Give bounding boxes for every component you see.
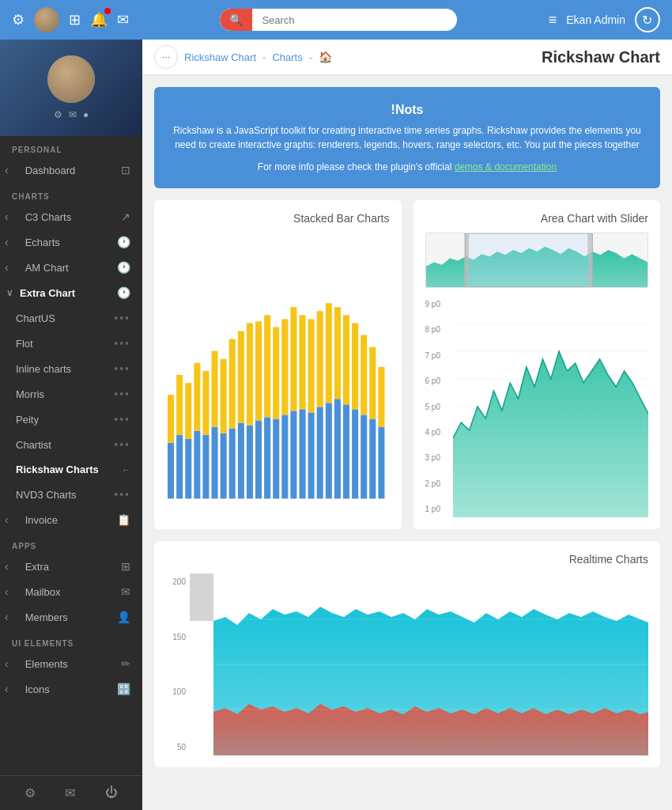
area-chart-svg-wrapper <box>453 296 649 517</box>
svg-rect-41 <box>343 315 349 404</box>
sidebar-settings-icon[interactable]: ⚙ <box>25 785 36 801</box>
svg-rect-9 <box>202 371 209 435</box>
members-collapse[interactable]: ‹ <box>0 604 13 630</box>
svg-rect-13 <box>221 359 227 433</box>
c3-collapse[interactable]: ‹ <box>0 204 13 229</box>
grid-icon[interactable]: ⊞ <box>69 11 81 28</box>
invoice-collapse[interactable]: ‹ <box>0 507 13 532</box>
sidebar-item-label: C3 Charts <box>25 211 72 223</box>
profile-icon-3[interactable]: ● <box>83 109 89 120</box>
sidebar-item-echarts[interactable]: Echarts 🕐 <box>13 229 142 255</box>
settings-icon[interactable]: ⚙ <box>12 11 25 28</box>
personal-section-label: PERSONAL <box>0 136 142 157</box>
svg-rect-5 <box>185 383 191 439</box>
sidebar-item-label: Rickshaw Charts <box>16 464 99 475</box>
svg-rect-36 <box>326 403 332 498</box>
icons-collapse[interactable]: ‹ <box>0 676 13 702</box>
sidebar-item-peity[interactable]: Peity ••• <box>0 407 142 432</box>
svg-rect-27 <box>281 319 288 414</box>
sidebar-item-rickshaw[interactable]: Rickshaw Charts ← <box>0 457 142 482</box>
breadcrumb-bar: ··· Rickshaw Chart - Charts - 🏠 Rickshaw… <box>142 40 672 75</box>
refresh-button[interactable]: ↻ <box>635 7 660 32</box>
sidebar-item-elements[interactable]: Elements ✏ <box>13 651 142 676</box>
sidebar-item-label: Echarts <box>25 237 60 248</box>
echarts-icon: 🕐 <box>117 236 130 248</box>
sidebar-mail-icon[interactable]: ✉ <box>65 785 75 801</box>
svg-rect-3 <box>176 375 183 435</box>
realtime-svg-wrapper <box>190 573 648 755</box>
chart-row-1: Stacked Bar Charts <box>154 200 660 529</box>
sidebar-item-members[interactable]: Members 👤 <box>13 604 142 630</box>
sidebar-item-c3charts[interactable]: C3 Charts ↗ <box>13 204 142 229</box>
rickshaw-arrow: ← <box>122 465 130 475</box>
breadcrumb-home-icon[interactable]: 🏠 <box>319 51 332 63</box>
sidebar-row-amchart: ‹ AM Chart 🕐 <box>0 255 142 280</box>
stacked-bar-svg <box>166 233 390 517</box>
area-chart-main: 9 p0 8 p0 7 p0 6 p0 5 p0 4 p0 3 p0 2 p0 … <box>425 296 649 517</box>
svg-rect-52 <box>464 233 469 287</box>
sidebar-item-extra[interactable]: Extra ⊞ <box>13 554 142 579</box>
sidebar-item-dashboard[interactable]: Dashboard ⊡ <box>13 157 142 183</box>
breadcrumb-charts[interactable]: Charts <box>272 51 302 63</box>
chartist-dots: ••• <box>114 438 130 451</box>
dashboard-collapse[interactable]: ‹ <box>0 157 13 183</box>
sidebar-item-chartus[interactable]: ChartUS ••• <box>0 305 142 331</box>
menu-icon[interactable]: ≡ <box>549 12 557 28</box>
mailbox-icon: ✉ <box>121 585 130 598</box>
sidebar-row-invoice: ‹ Invoice 📋 <box>0 507 142 532</box>
user-avatar[interactable] <box>34 7 59 32</box>
search-bar: 🔍 <box>220 9 457 31</box>
svg-rect-32 <box>308 412 315 498</box>
svg-marker-64 <box>213 704 648 755</box>
profile-icon-1[interactable]: ⚙ <box>54 109 62 120</box>
avatar-image <box>47 55 95 103</box>
sidebar-item-mailbox[interactable]: Mailbox ✉ <box>13 579 142 604</box>
sidebar-item-amchart[interactable]: AM Chart 🕐 <box>13 255 142 280</box>
mailbox-collapse[interactable]: ‹ <box>0 579 13 604</box>
sidebar-item-invoice[interactable]: Invoice 📋 <box>13 507 142 532</box>
sidebar-item-icons[interactable]: Icons 🔡 <box>13 676 142 702</box>
sidebar-item-label: Extra Chart <box>20 287 75 299</box>
area-chart-canvas: 9 p0 8 p0 7 p0 6 p0 5 p0 4 p0 3 p0 2 p0 … <box>425 233 649 517</box>
sidebar-item-inlinecharts[interactable]: Inline charts ••• <box>0 356 142 381</box>
sidebar-item-extrachart[interactable]: ∨ Extra Chart 🕐 <box>0 280 142 305</box>
breadcrumb-rickshaw[interactable]: Rickshaw Chart <box>184 51 256 63</box>
area-chart-mini[interactable] <box>425 233 649 288</box>
stacked-bar-chart-card: Stacked Bar Charts <box>154 200 402 529</box>
charts-section-label: CHARTS <box>0 183 142 204</box>
extra-collapse[interactable]: ‹ <box>0 554 13 579</box>
sidebar-item-label: Icons <box>25 683 50 695</box>
notification-icon[interactable]: 🔔 <box>90 11 108 28</box>
svg-rect-30 <box>299 409 305 498</box>
sidebar-item-chartist[interactable]: Chartist ••• <box>0 432 142 457</box>
info-box-title: !Nots <box>170 103 644 117</box>
sidebar-power-icon[interactable]: ⏻ <box>105 785 118 801</box>
elements-collapse[interactable]: ‹ <box>0 651 13 676</box>
breadcrumb-toggle[interactable]: ··· <box>154 45 178 69</box>
profile-icon-2[interactable]: ✉ <box>69 109 77 120</box>
sidebar-item-label: NVD3 Charts <box>16 489 77 501</box>
peity-dots: ••• <box>114 413 130 426</box>
sidebar-row-elements: ‹ Elements ✏ <box>0 651 142 676</box>
members-icon: 👤 <box>117 611 130 623</box>
svg-rect-19 <box>247 323 253 425</box>
sidebar-item-label: Peity <box>16 414 39 426</box>
sidebar-item-label: Dashboard <box>25 165 76 176</box>
echarts-collapse[interactable]: ‹ <box>0 229 13 255</box>
info-box-docs-link[interactable]: demos & documentation <box>455 161 557 172</box>
sidebar-row-mailbox: ‹ Mailbox ✉ <box>0 579 142 604</box>
sidebar-item-morris[interactable]: Morris ••• <box>0 381 142 407</box>
svg-rect-17 <box>238 331 244 423</box>
svg-rect-2 <box>176 435 183 499</box>
mail-icon[interactable]: ✉ <box>117 11 129 28</box>
sidebar-avatar <box>47 55 95 103</box>
sidebar-item-label: AM Chart <box>25 262 69 274</box>
search-input[interactable] <box>252 9 442 31</box>
amchart-collapse[interactable]: ‹ <box>0 255 13 280</box>
svg-rect-28 <box>290 411 296 498</box>
sidebar-item-nvd3[interactable]: NVD3 Charts ••• <box>0 482 142 507</box>
search-button[interactable]: 🔍 <box>220 9 252 31</box>
area-chart-yaxis: 9 p0 8 p0 7 p0 6 p0 5 p0 4 p0 3 p0 2 p0 … <box>425 296 453 517</box>
sidebar-item-flot[interactable]: Flot ••• <box>0 331 142 356</box>
svg-rect-0 <box>168 443 174 499</box>
